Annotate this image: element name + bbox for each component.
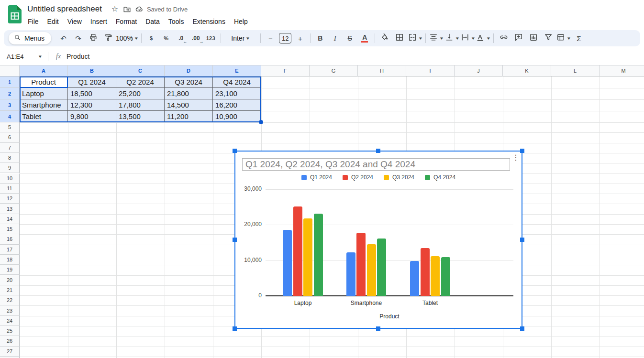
menu-edit[interactable]: Edit bbox=[43, 17, 63, 26]
row-header-25[interactable]: 25 bbox=[0, 326, 20, 336]
menu-extensions[interactable]: Extensions bbox=[188, 17, 229, 26]
cell-D1[interactable]: Q3 2024 bbox=[165, 76, 213, 88]
paint-format-button[interactable] bbox=[101, 32, 115, 44]
row-header-21[interactable]: 21 bbox=[0, 285, 20, 295]
row-header-1[interactable]: 1 bbox=[0, 76, 20, 88]
cell-B2[interactable]: 18,500 bbox=[68, 88, 116, 99]
row-header-15[interactable]: 15 bbox=[0, 224, 20, 234]
row-header-10[interactable]: 10 bbox=[0, 174, 20, 184]
row-header-8[interactable]: 8 bbox=[0, 153, 20, 163]
create-filter-button[interactable] bbox=[541, 32, 555, 44]
menu-view[interactable]: View bbox=[63, 17, 86, 26]
row-header-4[interactable]: 4 bbox=[0, 111, 20, 122]
redo-button[interactable]: ↷ bbox=[71, 32, 85, 44]
row-header-26[interactable]: 26 bbox=[0, 336, 20, 346]
menu-data[interactable]: Data bbox=[141, 17, 164, 26]
text-wrap-button[interactable]: ▼ bbox=[460, 32, 475, 44]
menu-insert[interactable]: Insert bbox=[86, 17, 111, 26]
functions-button[interactable]: Σ bbox=[572, 32, 586, 44]
sheets-logo-icon[interactable] bbox=[8, 5, 22, 25]
saved-cloud-icon[interactable] bbox=[133, 3, 146, 15]
print-button[interactable] bbox=[86, 32, 100, 44]
chart-resize-handle[interactable] bbox=[520, 326, 524, 331]
column-header-J[interactable]: J bbox=[455, 65, 503, 76]
column-header-K[interactable]: K bbox=[503, 65, 551, 76]
cell-A4[interactable]: Tablet bbox=[20, 111, 68, 122]
cell-C3[interactable]: 17,800 bbox=[116, 99, 165, 111]
column-header-C[interactable]: C bbox=[116, 65, 165, 76]
column-header-D[interactable]: D bbox=[165, 65, 213, 76]
row-header-18[interactable]: 18 bbox=[0, 255, 20, 265]
font-select[interactable]: Inter▼ bbox=[224, 32, 257, 44]
star-icon[interactable]: ☆ bbox=[109, 3, 121, 15]
row-header-12[interactable]: 12 bbox=[0, 194, 20, 204]
font-size-input[interactable]: 12 bbox=[278, 32, 292, 44]
column-header-M[interactable]: M bbox=[600, 65, 644, 76]
currency-button[interactable]: $ bbox=[144, 32, 158, 44]
more-formats-button[interactable]: 123 bbox=[204, 32, 218, 44]
chart-resize-handle[interactable] bbox=[520, 149, 524, 153]
column-header-F[interactable]: F bbox=[261, 65, 310, 76]
percent-button[interactable]: % bbox=[159, 32, 173, 44]
chart-resize-handle[interactable] bbox=[233, 149, 237, 153]
select-all-corner[interactable] bbox=[0, 65, 20, 76]
embedded-chart[interactable]: ⋮ Q1 2024, Q2 2024, Q3 2024 and Q4 2024 … bbox=[234, 151, 522, 329]
column-header-L[interactable]: L bbox=[551, 65, 600, 76]
column-header-G[interactable]: G bbox=[310, 65, 358, 76]
cell-A3[interactable]: Smartphone bbox=[20, 99, 68, 111]
row-header-9[interactable]: 9 bbox=[0, 163, 20, 173]
fill-handle[interactable] bbox=[259, 120, 263, 124]
column-header-E[interactable]: E bbox=[213, 65, 261, 76]
row-header-11[interactable]: 11 bbox=[0, 184, 20, 194]
row-header-6[interactable]: 6 bbox=[0, 132, 20, 142]
chart-title[interactable]: Q1 2024, Q2 2024, Q3 2024 and Q4 2024 bbox=[242, 158, 510, 171]
fill-color-button[interactable] bbox=[378, 32, 392, 44]
column-header-B[interactable]: B bbox=[68, 65, 116, 76]
cell-E1[interactable]: Q4 2024 bbox=[213, 76, 261, 88]
insert-comment-button[interactable] bbox=[511, 32, 525, 44]
cell-B1[interactable]: Q1 2024 bbox=[68, 76, 116, 88]
increase-decimal-button[interactable]: .00→ bbox=[189, 32, 203, 44]
chart-menu-icon[interactable]: ⋮ bbox=[512, 154, 520, 162]
row-header-17[interactable]: 17 bbox=[0, 245, 20, 255]
move-folder-icon[interactable] bbox=[121, 3, 133, 15]
row-header-3[interactable]: 3 bbox=[0, 99, 20, 111]
merge-cells-button[interactable]: ▼ bbox=[408, 32, 422, 44]
bold-button[interactable]: B bbox=[313, 32, 327, 44]
row-header-23[interactable]: 23 bbox=[0, 305, 20, 315]
chart-resize-handle[interactable] bbox=[520, 238, 524, 242]
row-header-20[interactable]: 20 bbox=[0, 275, 20, 285]
column-header-I[interactable]: I bbox=[406, 65, 455, 76]
row-header-19[interactable]: 19 bbox=[0, 265, 20, 275]
strikethrough-button[interactable]: S bbox=[343, 32, 357, 44]
cell-A2[interactable]: Laptop bbox=[20, 88, 68, 99]
menu-help[interactable]: Help bbox=[230, 17, 252, 26]
cell-D2[interactable]: 21,800 bbox=[165, 88, 213, 99]
cell-D4[interactable]: 11,200 bbox=[165, 111, 213, 122]
row-header-22[interactable]: 22 bbox=[0, 295, 20, 305]
chart-resize-handle[interactable] bbox=[376, 326, 380, 331]
zoom-select[interactable]: 100%▼ bbox=[116, 32, 138, 44]
row-header-2[interactable]: 2 bbox=[0, 88, 20, 99]
cell-B4[interactable]: 9,800 bbox=[68, 111, 116, 122]
cell-B3[interactable]: 12,300 bbox=[68, 99, 116, 111]
menu-tools[interactable]: Tools bbox=[164, 17, 189, 26]
text-color-button[interactable]: A bbox=[358, 32, 372, 44]
menu-file[interactable]: File bbox=[23, 17, 43, 26]
row-header-16[interactable]: 16 bbox=[0, 234, 20, 244]
row-header-5[interactable]: 5 bbox=[0, 122, 20, 132]
row-header-13[interactable]: 13 bbox=[0, 204, 20, 214]
column-header-A[interactable]: A bbox=[20, 65, 68, 76]
menus-pill[interactable]: Menus bbox=[9, 32, 51, 44]
cell-A1[interactable]: Product bbox=[20, 76, 68, 88]
vertical-align-button[interactable]: ▼ bbox=[444, 32, 459, 44]
formula-input[interactable]: Product bbox=[67, 53, 89, 60]
row-header-14[interactable]: 14 bbox=[0, 214, 20, 224]
cell-E3[interactable]: 16,200 bbox=[213, 99, 261, 111]
horizontal-align-button[interactable]: ▼ bbox=[429, 32, 444, 44]
increase-font-button[interactable]: + bbox=[293, 32, 307, 44]
borders-button[interactable] bbox=[393, 32, 407, 44]
chart-resize-handle[interactable] bbox=[233, 238, 237, 242]
italic-button[interactable]: I bbox=[328, 32, 342, 44]
decrease-decimal-button[interactable]: .0← bbox=[174, 32, 188, 44]
